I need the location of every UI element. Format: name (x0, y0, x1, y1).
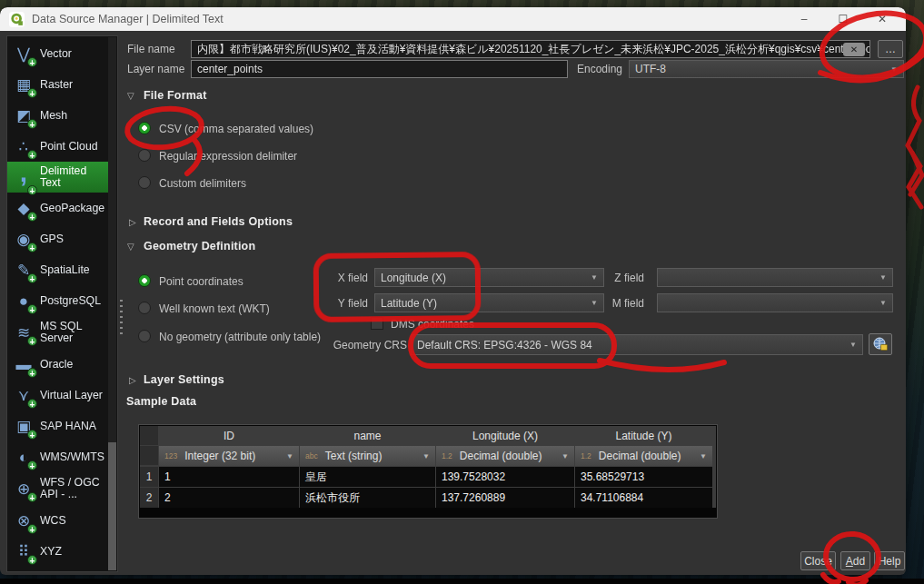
y-field-select[interactable]: Latitude (Y)▼ (374, 293, 604, 312)
no-geometry-label[interactable]: No geometry (attribute only table) (159, 331, 321, 343)
file-name-input[interactable]: 内限】都市戦略研究所(IUS)¥02_普及活動¥資料提供¥森ビル¥2025112… (191, 40, 870, 58)
collapse-triangle-icon[interactable]: ▽ (127, 242, 134, 252)
sidebar-item-label: Vector (40, 48, 72, 60)
sidebar-item-label: WFS / OGC API - ... (40, 477, 109, 500)
record-fields-section-header[interactable]: Record and Fields Options (144, 215, 293, 228)
column-header-longitude[interactable]: Longitude (X) (436, 426, 574, 445)
sidebar-item-postgresql[interactable]: ● PostgreSQL (7, 285, 109, 316)
collapse-triangle-icon[interactable]: ▽ (127, 91, 134, 101)
custom-delimiters-label[interactable]: Custom delimiters (159, 177, 246, 190)
sidebar-scrollbar-thumb[interactable] (108, 442, 116, 570)
sidebar-item-wfs-ogc-api[interactable]: ⊕ WFS / OGC API - ... (7, 472, 109, 505)
sidebar-item-vector[interactable]: ⋁ Vector (7, 38, 109, 69)
dms-coordinates-checkbox[interactable] (371, 317, 383, 330)
mesh-icon: ◩ (11, 104, 36, 127)
sidebar-item-label: WMS/WMTS (40, 451, 104, 463)
sidebar-item-label: SpatiaLite (40, 264, 90, 276)
browse-button[interactable]: … (878, 40, 903, 58)
chevron-down-icon: ▼ (422, 452, 430, 460)
gps-icon: ◉ (11, 227, 36, 251)
chevron-down-icon: ▼ (879, 273, 887, 282)
postgresql-icon: ● (11, 289, 36, 312)
sidebar-item-wms-wmts[interactable]: ◐ WMS/WMTS (7, 441, 109, 472)
column-header-name[interactable]: name (300, 426, 435, 445)
no-geometry-radio[interactable] (138, 330, 151, 342)
sidebar-item-label: Delimited Text (40, 165, 109, 189)
panel-splitter-handle[interactable] (120, 300, 123, 338)
point-cloud-icon: ∴ (11, 134, 36, 158)
sidebar-item-mesh[interactable]: ◩ Mesh (7, 100, 109, 131)
virtual-layer-icon: ⋎ (11, 383, 36, 407)
table-cell: 皇居 (300, 467, 435, 487)
csv-radio[interactable] (138, 122, 151, 134)
custom-delimiters-radio[interactable] (138, 176, 151, 189)
type-label: Text (string) (325, 450, 383, 462)
sidebar-item-wcs[interactable]: ⊗ WCS (7, 505, 109, 536)
geometry-crs-label: Geometry CRS (316, 339, 407, 351)
close-button[interactable]: Close (800, 551, 836, 570)
sidebar-item-label: Raster (40, 79, 73, 91)
encoding-select[interactable]: UTF-8▼ (629, 60, 904, 78)
select-crs-button[interactable] (869, 333, 892, 355)
type-label: Integer (32 bit) (184, 450, 255, 462)
minimize-icon[interactable]: – (786, 7, 822, 31)
table-cell: 35.68529713 (575, 467, 712, 487)
chevron-down-icon: ▼ (849, 341, 857, 349)
vector-icon: ⋁ (11, 42, 36, 65)
maximize-icon[interactable]: ☐ (825, 7, 861, 31)
m-field-label: M field (606, 297, 644, 310)
sidebar-item-spatialite[interactable]: ✎ SpatiaLite (7, 254, 109, 285)
type-select-longitude[interactable]: 1.2Decimal (double)▼ (436, 446, 574, 466)
oracle-icon: ▬ (11, 352, 36, 376)
type-select-name[interactable]: abcText (string)▼ (300, 446, 435, 466)
row-number: 1 (140, 467, 158, 487)
sidebar-item-label: MS SQL Server (40, 321, 109, 344)
sidebar-item-sap-hana[interactable]: ▣ SAP HANA (7, 411, 109, 441)
geometry-section-header[interactable]: Geometry Definition (144, 240, 255, 252)
sidebar-item-gps[interactable]: ◉ GPS (7, 223, 109, 254)
sidebar-item-oracle[interactable]: ▬ Oracle (7, 349, 109, 380)
chevron-down-icon: ▼ (879, 299, 887, 307)
type-select-latitude[interactable]: 1.2Decimal (double)▼ (575, 446, 712, 466)
type-label: Decimal (double) (599, 450, 681, 462)
wkt-radio[interactable] (138, 302, 151, 314)
sidebar-item-partial[interactable]: ▪▪ (7, 567, 109, 572)
sidebar-item-delimited-text[interactable]: , Delimited Text (7, 162, 109, 193)
help-button[interactable]: Help (874, 551, 905, 570)
type-select-id[interactable]: 123Integer (32 bit)▼ (159, 446, 299, 466)
regex-delimiter-label[interactable]: Regular expression delimiter (159, 150, 297, 163)
sap-hana-icon: ▣ (11, 414, 36, 438)
expand-triangle-icon[interactable]: ▷ (129, 217, 136, 227)
column-header-id[interactable]: ID (159, 426, 299, 445)
geometry-crs-select[interactable]: Default CRS: EPSG:4326 - WGS 84▼ (411, 334, 863, 355)
regex-delimiter-radio[interactable] (138, 149, 151, 162)
z-field-label: Z field (606, 272, 644, 284)
add-button[interactable]: Add (840, 551, 870, 570)
sidebar-item-geopackage[interactable]: ◆ GeoPackage (7, 193, 109, 223)
data-source-manager-dialog: Data Source Manager | Delimited Text – ☐… (0, 7, 906, 575)
sidebar-item-ms-sql-server[interactable]: ≋ MS SQL Server (7, 316, 109, 349)
point-coordinates-label[interactable]: Point coordinates (159, 275, 243, 288)
sidebar-item-virtual-layer[interactable]: ⋎ Virtual Layer (7, 380, 109, 411)
layer-settings-section-header[interactable]: Layer Settings (144, 373, 224, 386)
column-header-latitude[interactable]: Latitude (Y) (575, 426, 712, 445)
sidebar-item-xyz[interactable]: ⠿ XYZ (7, 536, 109, 567)
clear-icon[interactable]: ✕ (843, 43, 865, 56)
dms-coordinates-label[interactable]: DMS coordinates (391, 318, 474, 331)
close-icon[interactable]: ✕ (864, 7, 900, 31)
z-field-select[interactable]: ▼ (657, 268, 893, 287)
xyz-icon: ⠿ (11, 539, 36, 563)
m-field-select[interactable]: ▼ (657, 293, 893, 312)
delimited-text-icon: , (11, 161, 36, 193)
text-type-icon: abc (305, 451, 318, 460)
wkt-label[interactable]: Well known text (WKT) (159, 302, 270, 315)
layer-name-value: center_points (197, 63, 263, 75)
layer-name-input[interactable]: center_points (191, 60, 568, 78)
geometry-crs-value: Default CRS: EPSG:4326 - WGS 84 (417, 339, 592, 351)
sidebar-item-raster[interactable]: ▦ Raster (7, 69, 109, 100)
point-coordinates-radio[interactable] (138, 274, 151, 287)
expand-triangle-icon[interactable]: ▷ (129, 375, 136, 385)
x-field-select[interactable]: Longitude (X)▼ (374, 268, 604, 287)
csv-radio-label[interactable]: CSV (comma separated values) (159, 123, 313, 135)
file-format-section-header[interactable]: File Format (144, 89, 207, 102)
